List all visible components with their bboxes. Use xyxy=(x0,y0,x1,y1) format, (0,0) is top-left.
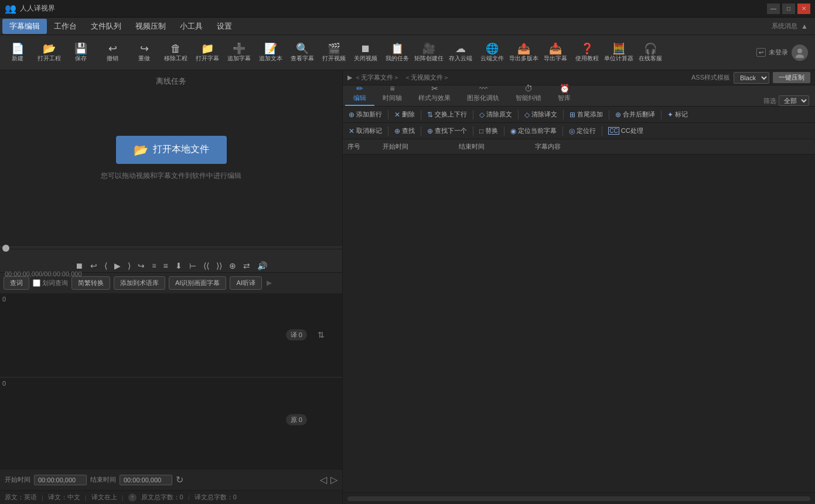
replace-button[interactable]: □ 替换 xyxy=(476,125,502,136)
ai-translate-button[interactable]: AI听译 xyxy=(230,276,261,290)
redo-button[interactable]: ↪ 重做 xyxy=(129,37,159,68)
open-project-button[interactable]: 📂 打开工程 xyxy=(34,37,64,68)
online-service-button[interactable]: 🎧 在线客服 xyxy=(635,37,666,68)
locate-current-button[interactable]: ◉ 定位当前字幕 xyxy=(507,125,560,136)
prev-frame-button[interactable]: ◁ xyxy=(320,474,327,485)
add-to-glossary-button[interactable]: 添加到术语库 xyxy=(114,276,165,290)
find-next-button[interactable]: ⊕ 查找下一个 xyxy=(424,125,470,136)
swap-rows-button[interactable]: ⇅ 交换上下行 xyxy=(424,109,470,120)
export-multi-button[interactable]: 📤 导出多版本 xyxy=(509,37,539,68)
simplify-convert-button[interactable]: 简繁转换 xyxy=(71,276,110,290)
timeline-dot[interactable] xyxy=(2,245,9,252)
delete-button[interactable]: ✕ 删除 xyxy=(391,109,418,120)
prev-sub-button[interactable]: ⟨⟨ xyxy=(201,260,212,272)
play-button[interactable]: ▶ xyxy=(112,260,123,272)
close-button[interactable]: ✕ xyxy=(797,4,810,14)
sync-icon[interactable]: ⇅ xyxy=(318,330,325,340)
next-sub-button[interactable]: ⟩⟩ xyxy=(214,260,224,272)
clear-translation-button[interactable]: ◇ 清除译文 xyxy=(521,109,561,120)
export-subtitle-button[interactable]: 📥 导出字幕 xyxy=(540,37,571,68)
menu-item-file-queue[interactable]: 文件队列 xyxy=(84,19,128,34)
volume-button[interactable]: 🔊 xyxy=(255,260,270,272)
sysbar-collapse-icon[interactable]: ▲ xyxy=(801,22,808,30)
head-tail-add-button[interactable]: ⊞ 首尾添加 xyxy=(566,109,606,120)
save-button[interactable]: 💾 保存 xyxy=(66,37,96,68)
frame-forward-button[interactable]: ⟩ xyxy=(125,260,133,272)
remove-project-button[interactable]: 🗑 移除工程 xyxy=(161,37,191,68)
login-label[interactable]: ↩ 未登录 xyxy=(756,48,788,57)
list-icon-button[interactable]: ≡ xyxy=(149,260,158,271)
ass-style-select[interactable]: Black xyxy=(734,72,769,84)
new-button[interactable]: 📄 新建 xyxy=(2,37,33,68)
my-task-button[interactable]: 📋 我的任务 xyxy=(382,37,412,68)
tab-edit[interactable]: ✏ 编辑 xyxy=(345,81,374,106)
add-text-button[interactable]: 📝 追加文本 xyxy=(255,37,286,68)
stop-button[interactable]: ⏹ xyxy=(73,260,86,272)
align-center-button[interactable]: ≡ xyxy=(161,260,170,272)
swap-button[interactable]: ⇄ xyxy=(241,260,253,272)
menu-item-subtitle-edit[interactable]: 字幕编辑 xyxy=(2,19,47,34)
rewind-button[interactable]: ↩ xyxy=(88,260,100,272)
timeline-slider[interactable] xyxy=(0,246,342,249)
add-row-icon: ⊕ xyxy=(349,111,354,119)
menu-item-settings[interactable]: 设置 xyxy=(210,19,239,34)
center-button[interactable]: ⊕ xyxy=(227,260,238,272)
help-button[interactable]: ❓ 使用教程 xyxy=(572,37,602,68)
cancel-mark-button[interactable]: ✕ 取消标记 xyxy=(345,125,386,136)
mark-button[interactable]: ✦ 标记 xyxy=(664,109,691,120)
calculator-button[interactable]: 🧮 单位计算器 xyxy=(603,37,634,68)
align-down-button[interactable]: ⬇ xyxy=(173,260,185,272)
tab-ai-correct[interactable]: ⏱ 智能纠错 xyxy=(507,81,550,106)
next-frame-button[interactable]: ▷ xyxy=(330,474,337,485)
ai-correct-tab-icon: ⏱ xyxy=(524,84,533,93)
save-cloud-button[interactable]: ☁ 存入云端 xyxy=(445,37,476,68)
close-video-button[interactable]: ⏹ 关闭视频 xyxy=(350,37,381,68)
right-tabs: ✏ 编辑 ≡ 时间轴 ✂ 样式与效果 〰 图形化调轨 ⏱ 智能纠错 ⏰ 智库 xyxy=(343,85,815,107)
find-button[interactable]: ⊕ 查找 xyxy=(391,125,418,136)
word-lookup-button[interactable]: 查词 xyxy=(4,276,29,290)
open-local-file-button[interactable]: 📂 打开本地文件 xyxy=(116,136,227,164)
menu-item-workbench[interactable]: 工作台 xyxy=(47,19,84,34)
add-row-button[interactable]: ⊕ 添加新行 xyxy=(345,109,386,120)
open-subtitle-button[interactable]: 📁 打开字幕 xyxy=(192,37,223,68)
subtitle-table[interactable]: 序号 开始时间 结束时间 字幕内容 xyxy=(343,139,815,492)
open-video-button[interactable]: 🎬 打开视频 xyxy=(319,37,349,68)
word-selection-checkbox[interactable] xyxy=(33,279,40,287)
cloud-file-button[interactable]: 🌐 云端文件 xyxy=(477,37,507,68)
tab-graphic[interactable]: 〰 图形化调轨 xyxy=(459,81,507,106)
end-time-input[interactable] xyxy=(120,475,172,485)
fast-forward-button[interactable]: ↪ xyxy=(135,260,147,272)
offline-badge: 离线任务 xyxy=(156,76,186,87)
help-badge[interactable]: ? xyxy=(128,493,137,502)
add-subtitle-button[interactable]: ➕ 追加字幕 xyxy=(224,37,254,68)
horizontal-scrollbar[interactable] xyxy=(347,496,810,501)
batch-create-button[interactable]: 🎥 矩阵创建任 xyxy=(414,37,444,68)
minimize-button[interactable]: — xyxy=(767,4,780,14)
tab-ai-lib[interactable]: ⏰ 智库 xyxy=(550,81,579,106)
frame-back-button[interactable]: ⟨ xyxy=(102,260,110,272)
new-icon: 📄 xyxy=(11,43,24,54)
view-subtitle-button[interactable]: 🔍 查看字幕 xyxy=(287,37,318,68)
ai-recognize-button[interactable]: AI识别画面字幕 xyxy=(169,276,226,290)
maximize-button[interactable]: □ xyxy=(782,4,795,14)
timeline-time-display: 00:00:00,000/00:00:00,000 xyxy=(5,270,82,277)
merge-translate-button[interactable]: ⊕ 合并后翻译 xyxy=(612,109,659,120)
sync-time-button[interactable]: ↻ xyxy=(176,474,183,485)
tab-timeline[interactable]: ≡ 时间轴 xyxy=(374,81,410,106)
tab-style[interactable]: ✂ 样式与效果 xyxy=(410,81,459,106)
avatar[interactable] xyxy=(792,44,808,61)
action-row-2: ✕ 取消标记 ⊕ 查找 ⊕ 查找下一个 □ 替换 ◉ 定位当前字幕 xyxy=(343,123,815,139)
undo-button[interactable]: ↩ 撤销 xyxy=(97,37,128,68)
clear-original-button[interactable]: ◇ 清除原文 xyxy=(476,109,516,120)
trans-count-label: 译文总字数：0 xyxy=(195,493,237,502)
filter-select[interactable]: 全部 xyxy=(779,95,809,106)
end-time-label: 结束时间 xyxy=(90,475,116,484)
menu-item-video-compress[interactable]: 视频压制 xyxy=(128,19,173,34)
cc-process-button[interactable]: CC CC处理 xyxy=(605,125,646,136)
start-time-input[interactable] xyxy=(34,475,87,485)
locate-row-button[interactable]: ◎ 定位行 xyxy=(565,125,599,136)
one-key-compress-button[interactable]: 一键压制 xyxy=(773,72,810,83)
start-mark-button[interactable]: ⊢ xyxy=(187,260,199,272)
calculator-icon: 🧮 xyxy=(612,43,625,54)
menu-item-tools[interactable]: 小工具 xyxy=(173,19,210,34)
